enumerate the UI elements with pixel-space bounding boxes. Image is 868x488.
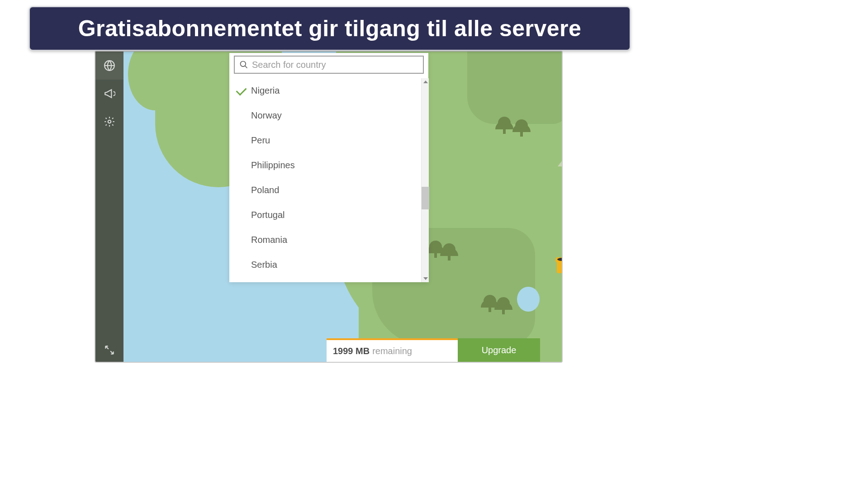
country-item-romania[interactable]: Romania [229, 227, 421, 252]
tree-icon [512, 116, 531, 137]
country-item-peru[interactable]: Peru [229, 128, 421, 153]
map-background[interactable]: Nigeria Norway Peru Philippines Poland P… [123, 52, 562, 362]
country-label: Nigeria [251, 85, 280, 96]
country-item-serbia[interactable]: Serbia [229, 252, 421, 277]
country-label: Romania [251, 235, 287, 245]
country-item-poland[interactable]: Poland [229, 178, 421, 203]
country-label: Poland [251, 185, 279, 195]
usage-remaining: 1999 MB remaining [327, 338, 458, 362]
usage-amount: 1999 MB [333, 346, 370, 356]
scroll-thumb[interactable] [422, 187, 429, 209]
country-list: Nigeria Norway Peru Philippines Poland P… [229, 78, 421, 282]
svg-point-0 [241, 62, 246, 67]
megaphone-icon [104, 88, 115, 99]
sidebar-collapse-button[interactable] [95, 338, 123, 362]
caption-banner: Gratisabonnementet gir tilgang til alle … [29, 6, 631, 51]
search-input[interactable] [252, 60, 418, 70]
sidebar-item-globe[interactable] [95, 52, 123, 80]
svg-point-3 [108, 120, 111, 123]
country-item-nigeria[interactable]: Nigeria [229, 78, 421, 103]
scroll-down-button[interactable] [422, 275, 429, 282]
tree-icon [494, 294, 512, 314]
country-panel: Nigeria Norway Peru Philippines Poland P… [229, 53, 428, 282]
tunnel-marker-icon[interactable] [555, 257, 562, 273]
country-label: Philippines [251, 160, 295, 171]
tree-icon [440, 240, 458, 261]
usage-bar: 1999 MB remaining Upgrade [327, 338, 540, 362]
search-field[interactable] [234, 56, 424, 74]
map-land-shadow [467, 52, 562, 124]
vpn-app-window: Nigeria Norway Peru Philippines Poland P… [95, 51, 563, 363]
upgrade-label: Upgrade [482, 345, 517, 355]
scroll-up-button[interactable] [422, 78, 429, 85]
gear-icon [104, 116, 115, 128]
sidebar-spacer [95, 136, 123, 338]
country-item-philippines[interactable]: Philippines [229, 153, 421, 178]
collapse-icon [104, 344, 115, 356]
globe-icon [104, 60, 115, 71]
sidebar-item-notify[interactable] [95, 80, 123, 108]
upgrade-button[interactable]: Upgrade [458, 338, 540, 362]
caption-text: Gratisabonnementet gir tilgang til alle … [78, 15, 582, 42]
usage-label: remaining [372, 346, 412, 356]
country-item-portugal[interactable]: Portugal [229, 203, 421, 227]
country-label: Serbia [251, 260, 277, 270]
map-lake [517, 287, 540, 312]
country-label: Portugal [251, 210, 285, 220]
tree-icon [495, 113, 513, 134]
scrollbar[interactable] [421, 78, 429, 282]
search-icon [239, 60, 248, 69]
country-label: Peru [251, 135, 270, 146]
sidebar-item-settings[interactable] [95, 108, 123, 136]
country-item-norway[interactable]: Norway [229, 103, 421, 128]
sidebar [95, 52, 123, 362]
country-label: Norway [251, 110, 282, 121]
svg-line-1 [245, 66, 247, 68]
